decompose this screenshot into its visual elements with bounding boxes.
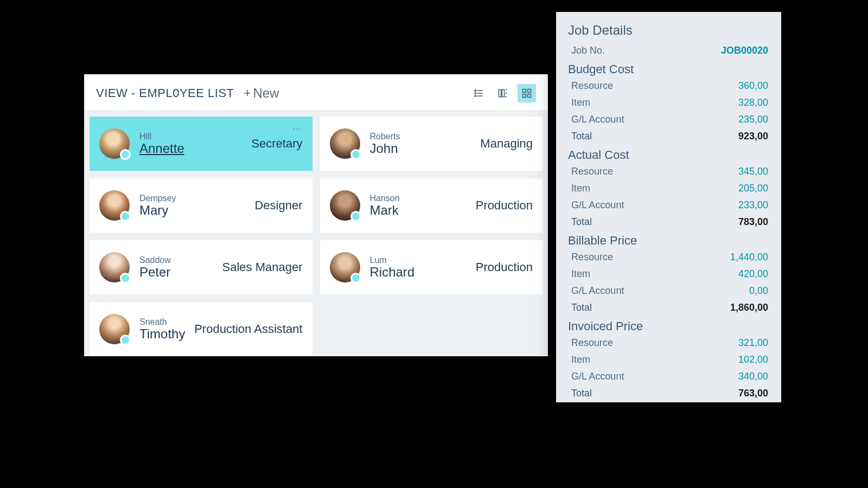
cost-total-label: Total xyxy=(571,388,592,399)
cost-section-title: Actual Cost xyxy=(568,148,769,162)
cost-row-value: 233,00 xyxy=(738,200,768,211)
avatar xyxy=(99,252,130,282)
cost-row[interactable]: Resource321,00 xyxy=(568,335,769,351)
page-title: VIEW - EMPL0YEE LIST xyxy=(96,86,234,100)
employee-name: LumRichard xyxy=(370,255,415,279)
cost-row-label: Item xyxy=(571,183,590,194)
cost-section-title: Budget Cost xyxy=(568,62,769,76)
avatar xyxy=(99,129,130,159)
cost-row-label: G/L Account xyxy=(571,200,624,211)
view-tiles-button[interactable] xyxy=(518,84,536,102)
cost-section-title: Billable Price xyxy=(568,234,769,248)
employee-grid: ···HillAnnetteSecretaryRobertsJohnManagi… xyxy=(84,110,548,363)
cost-row[interactable]: G/L Account0,00 xyxy=(568,282,769,299)
cost-row[interactable]: Item328,00 xyxy=(568,94,769,111)
employee-card[interactable]: RobertsJohnManaging xyxy=(320,117,543,171)
employee-last-name: Lum xyxy=(370,255,415,265)
cost-total-value: 1,860,00 xyxy=(730,302,768,313)
avatar xyxy=(330,129,360,159)
cost-row[interactable]: Resource360,00 xyxy=(568,78,769,94)
svg-rect-14 xyxy=(528,94,531,98)
svg-rect-12 xyxy=(528,89,531,93)
employee-first-name: Richard xyxy=(370,265,415,279)
cost-row-label: G/L Account xyxy=(571,114,624,125)
employee-card[interactable]: ···HillAnnetteSecretary xyxy=(90,117,312,171)
job-details-title: Job Details xyxy=(568,23,769,38)
cost-total-row: Total923,00 xyxy=(568,128,769,145)
cost-row-label: Resource xyxy=(571,166,613,177)
job-number-value: JOB00020 xyxy=(721,45,768,56)
employee-name: RobertsJohn xyxy=(370,132,400,156)
employee-first-name: Annette xyxy=(139,142,184,156)
employee-first-name: Timothy xyxy=(139,327,185,341)
svg-point-4 xyxy=(475,95,476,97)
employee-name: DempseyMary xyxy=(139,194,176,217)
tiles-icon xyxy=(521,88,532,99)
avatar xyxy=(99,190,130,221)
job-number-label: Job No. xyxy=(571,45,605,56)
employee-card[interactable]: DempseyMaryDesigner xyxy=(90,178,312,233)
avatar xyxy=(99,314,130,344)
cost-total-label: Total xyxy=(571,131,592,142)
employee-card[interactable]: HansonMarkProduction xyxy=(320,178,543,233)
cost-total-value: 923,00 xyxy=(738,131,768,142)
cost-total-value: 783,00 xyxy=(738,216,768,228)
employee-first-name: Mark xyxy=(370,203,400,217)
employee-role: Sales Manager xyxy=(222,260,303,274)
employee-first-name: Peter xyxy=(139,265,171,279)
cost-section-title: Invoiced Price xyxy=(568,319,769,333)
card-actions-button[interactable]: ··· xyxy=(293,124,303,133)
cost-row-value: 102,00 xyxy=(738,354,768,365)
employee-role: Secretary xyxy=(251,137,302,151)
new-button[interactable]: + New xyxy=(244,86,279,101)
cost-row-value: 205,00 xyxy=(738,183,768,194)
cost-total-value: 763,00 xyxy=(738,388,768,399)
cost-total-label: Total xyxy=(571,216,592,228)
cost-row[interactable]: Resource345,00 xyxy=(568,163,769,180)
employee-role: Managing xyxy=(480,137,533,151)
employee-first-name: John xyxy=(370,142,400,156)
view-switch xyxy=(470,84,536,102)
cost-row[interactable]: Item102,00 xyxy=(568,351,769,368)
cost-row[interactable]: G/L Account233,00 xyxy=(568,197,769,214)
cost-row-value: 360,00 xyxy=(738,80,768,92)
employee-name: SneathTimothy xyxy=(139,317,185,341)
employee-card[interactable]: SaddowPeterSales Manager xyxy=(90,240,312,294)
cost-row[interactable]: Item205,00 xyxy=(568,180,769,197)
employee-role: Production Assistant xyxy=(194,322,302,336)
employee-card[interactable]: SneathTimothyProduction Assistant xyxy=(90,302,312,356)
plus-icon: + xyxy=(244,87,251,99)
cost-row-label: G/L Account xyxy=(571,371,624,382)
view-list-button[interactable] xyxy=(470,84,488,102)
employee-last-name: Dempsey xyxy=(139,194,176,203)
employee-last-name: Hill xyxy=(139,132,184,142)
svg-rect-11 xyxy=(523,89,526,93)
cost-row-value: 420,00 xyxy=(738,268,768,280)
cost-total-row: Total1,860,00 xyxy=(568,299,769,316)
employee-card[interactable]: LumRichardProduction xyxy=(320,240,543,294)
cost-row-value: 0,00 xyxy=(749,285,768,297)
cost-total-row: Total783,00 xyxy=(568,214,769,230)
cost-total-label: Total xyxy=(571,302,592,313)
employee-role: Production xyxy=(476,198,533,213)
employee-name: HansonMark xyxy=(370,194,400,217)
cost-row-label: Resource xyxy=(571,80,613,92)
list-icon xyxy=(474,88,484,99)
svg-rect-6 xyxy=(499,89,501,97)
view-columns-button[interactable] xyxy=(494,84,512,102)
cost-row-value: 328,00 xyxy=(738,97,768,108)
employee-last-name: Hanson xyxy=(370,194,400,203)
employee-last-name: Saddow xyxy=(139,255,171,265)
cost-row[interactable]: G/L Account340,00 xyxy=(568,368,769,385)
cost-row[interactable]: Resource1,440,00 xyxy=(568,249,769,266)
columns-icon xyxy=(497,88,508,99)
employee-name: SaddowPeter xyxy=(139,255,171,279)
cost-row[interactable]: G/L Account235,00 xyxy=(568,111,769,128)
job-number-row[interactable]: Job No. JOB00020 xyxy=(568,42,769,59)
cost-row-label: G/L Account xyxy=(571,285,624,297)
new-button-label: New xyxy=(253,86,279,101)
job-details-panel: Job Details Job No. JOB00020 Budget Cost… xyxy=(556,12,781,402)
employee-list-header: VIEW - EMPL0YEE LIST + New xyxy=(84,74,548,110)
avatar xyxy=(330,190,360,221)
cost-row[interactable]: Item420,00 xyxy=(568,266,769,282)
